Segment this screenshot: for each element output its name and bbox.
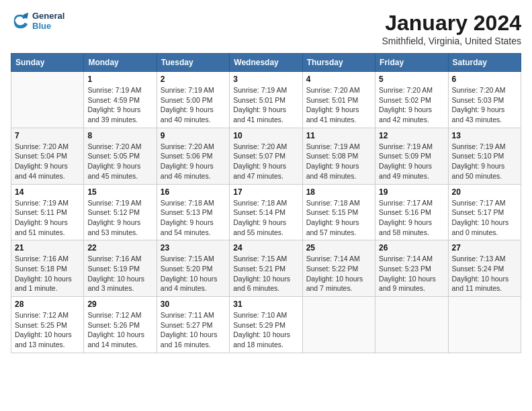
weekday-header-friday: Friday bbox=[375, 54, 448, 72]
daylight-text: Daylight: 9 hours and 39 minutes. bbox=[87, 105, 140, 124]
day-number: 5 bbox=[379, 75, 444, 84]
sunrise-text: Sunrise: 7:17 AM bbox=[452, 199, 506, 207]
daylight-text: Daylight: 10 hours and 13 minutes. bbox=[15, 330, 72, 349]
calendar-cell: 10 Sunrise: 7:20 AM Sunset: 5:07 PM Dayl… bbox=[230, 128, 302, 184]
title-area: January 2024 Smithfield, Virginia, Unite… bbox=[382, 11, 521, 46]
day-number: 25 bbox=[306, 243, 371, 253]
day-number: 14 bbox=[15, 187, 80, 197]
day-number: 17 bbox=[233, 187, 298, 197]
calendar-cell: 13 Sunrise: 7:19 AM Sunset: 5:10 PM Dayl… bbox=[448, 128, 521, 184]
daylight-text: Daylight: 9 hours and 55 minutes. bbox=[233, 218, 286, 236]
day-info: Sunrise: 7:19 AM Sunset: 5:11 PM Dayligh… bbox=[15, 198, 80, 238]
sunset-text: Sunset: 5:17 PM bbox=[452, 208, 504, 216]
sunrise-text: Sunrise: 7:15 AM bbox=[233, 255, 287, 263]
calendar-cell: 11 Sunrise: 7:19 AM Sunset: 5:08 PM Dayl… bbox=[302, 128, 375, 184]
calendar-cell: 20 Sunrise: 7:17 AM Sunset: 5:17 PM Dayl… bbox=[448, 184, 521, 240]
day-number: 2 bbox=[161, 75, 226, 84]
calendar-week-row: 14 Sunrise: 7:19 AM Sunset: 5:11 PM Dayl… bbox=[11, 184, 521, 240]
weekday-header-tuesday: Tuesday bbox=[157, 54, 229, 72]
logo-text: General Blue bbox=[32, 11, 64, 31]
day-info: Sunrise: 7:20 AM Sunset: 5:06 PM Dayligh… bbox=[161, 142, 226, 181]
sunrise-text: Sunrise: 7:20 AM bbox=[379, 86, 433, 94]
calendar-cell: 26 Sunrise: 7:14 AM Sunset: 5:23 PM Dayl… bbox=[375, 240, 448, 297]
day-info: Sunrise: 7:19 AM Sunset: 5:00 PM Dayligh… bbox=[161, 85, 226, 125]
page-header: General Blue January 2024 Smithfield, Vi… bbox=[11, 11, 521, 46]
day-info: Sunrise: 7:17 AM Sunset: 5:16 PM Dayligh… bbox=[379, 198, 444, 238]
sunrise-text: Sunrise: 7:20 AM bbox=[87, 142, 141, 150]
sunrise-text: Sunrise: 7:18 AM bbox=[161, 199, 214, 207]
daylight-text: Daylight: 10 hours and 7 minutes. bbox=[306, 275, 363, 293]
calendar-cell: 23 Sunrise: 7:15 AM Sunset: 5:20 PM Dayl… bbox=[157, 240, 229, 297]
daylight-text: Daylight: 10 hours and 4 minutes. bbox=[161, 275, 218, 293]
month-title: January 2024 bbox=[382, 11, 521, 36]
calendar-cell: 27 Sunrise: 7:13 AM Sunset: 5:24 PM Dayl… bbox=[448, 240, 521, 297]
day-info: Sunrise: 7:13 AM Sunset: 5:24 PM Dayligh… bbox=[452, 254, 517, 293]
sunrise-text: Sunrise: 7:19 AM bbox=[161, 86, 214, 94]
day-info: Sunrise: 7:18 AM Sunset: 5:14 PM Dayligh… bbox=[233, 198, 298, 238]
daylight-text: Daylight: 9 hours and 53 minutes. bbox=[87, 218, 140, 236]
sunset-text: Sunset: 5:09 PM bbox=[379, 152, 431, 160]
calendar-cell bbox=[375, 297, 448, 353]
sunset-text: Sunset: 5:20 PM bbox=[161, 265, 213, 273]
calendar-cell bbox=[302, 297, 375, 353]
daylight-text: Daylight: 10 hours and 3 minutes. bbox=[87, 275, 144, 293]
day-info: Sunrise: 7:15 AM Sunset: 5:21 PM Dayligh… bbox=[233, 254, 298, 293]
day-number: 11 bbox=[306, 131, 371, 140]
daylight-text: Daylight: 9 hours and 44 minutes. bbox=[15, 162, 68, 180]
weekday-header-row: SundayMondayTuesdayWednesdayThursdayFrid… bbox=[11, 54, 521, 72]
daylight-text: Daylight: 9 hours and 41 minutes. bbox=[233, 105, 286, 124]
sunrise-text: Sunrise: 7:18 AM bbox=[233, 199, 287, 207]
sunset-text: Sunset: 5:14 PM bbox=[233, 208, 285, 216]
weekday-header-saturday: Saturday bbox=[448, 54, 521, 72]
calendar-cell: 7 Sunrise: 7:20 AM Sunset: 5:04 PM Dayli… bbox=[11, 128, 84, 184]
day-number: 1 bbox=[87, 75, 152, 84]
calendar-cell: 21 Sunrise: 7:16 AM Sunset: 5:18 PM Dayl… bbox=[11, 240, 84, 297]
sunrise-text: Sunrise: 7:14 AM bbox=[306, 255, 360, 263]
day-info: Sunrise: 7:20 AM Sunset: 5:05 PM Dayligh… bbox=[87, 142, 152, 181]
location: Smithfield, Virginia, United States bbox=[382, 36, 521, 46]
day-info: Sunrise: 7:11 AM Sunset: 5:27 PM Dayligh… bbox=[161, 310, 226, 350]
sunrise-text: Sunrise: 7:19 AM bbox=[233, 86, 287, 94]
sunset-text: Sunset: 5:29 PM bbox=[233, 321, 285, 329]
day-info: Sunrise: 7:15 AM Sunset: 5:20 PM Dayligh… bbox=[161, 254, 226, 293]
day-info: Sunrise: 7:10 AM Sunset: 5:29 PM Dayligh… bbox=[233, 310, 298, 350]
day-info: Sunrise: 7:18 AM Sunset: 5:13 PM Dayligh… bbox=[161, 198, 226, 238]
weekday-header-wednesday: Wednesday bbox=[230, 54, 302, 72]
calendar-cell bbox=[11, 72, 84, 128]
sunrise-text: Sunrise: 7:19 AM bbox=[452, 142, 506, 150]
sunset-text: Sunset: 5:02 PM bbox=[379, 96, 431, 104]
sunset-text: Sunset: 5:03 PM bbox=[452, 96, 504, 104]
sunrise-text: Sunrise: 7:19 AM bbox=[306, 142, 360, 150]
day-info: Sunrise: 7:19 AM Sunset: 5:08 PM Dayligh… bbox=[306, 142, 371, 181]
day-number: 18 bbox=[306, 187, 371, 197]
day-info: Sunrise: 7:19 AM Sunset: 4:59 PM Dayligh… bbox=[87, 85, 152, 125]
daylight-text: Daylight: 9 hours and 58 minutes. bbox=[379, 218, 432, 236]
calendar-week-row: 1 Sunrise: 7:19 AM Sunset: 4:59 PM Dayli… bbox=[11, 72, 521, 128]
day-info: Sunrise: 7:18 AM Sunset: 5:15 PM Dayligh… bbox=[306, 198, 371, 238]
daylight-text: Daylight: 10 hours and 14 minutes. bbox=[87, 330, 144, 349]
calendar-cell: 12 Sunrise: 7:19 AM Sunset: 5:09 PM Dayl… bbox=[375, 128, 448, 184]
sunset-text: Sunset: 5:13 PM bbox=[161, 208, 213, 216]
daylight-text: Daylight: 9 hours and 41 minutes. bbox=[306, 105, 359, 124]
sunrise-text: Sunrise: 7:18 AM bbox=[306, 199, 360, 207]
day-number: 3 bbox=[233, 75, 298, 84]
daylight-text: Daylight: 9 hours and 49 minutes. bbox=[379, 162, 432, 180]
day-number: 24 bbox=[233, 243, 298, 253]
day-info: Sunrise: 7:16 AM Sunset: 5:19 PM Dayligh… bbox=[87, 254, 152, 293]
sunrise-text: Sunrise: 7:12 AM bbox=[15, 311, 69, 319]
daylight-text: Daylight: 10 hours and 16 minutes. bbox=[161, 330, 218, 349]
daylight-text: Daylight: 9 hours and 43 minutes. bbox=[452, 105, 505, 124]
day-number: 19 bbox=[379, 187, 444, 197]
calendar-cell: 15 Sunrise: 7:19 AM Sunset: 5:12 PM Dayl… bbox=[84, 184, 157, 240]
day-number: 8 bbox=[87, 131, 152, 140]
daylight-text: Daylight: 9 hours and 50 minutes. bbox=[452, 162, 505, 180]
sunrise-text: Sunrise: 7:12 AM bbox=[87, 311, 141, 319]
calendar-table: SundayMondayTuesdayWednesdayThursdayFrid… bbox=[11, 53, 521, 353]
calendar-cell: 4 Sunrise: 7:20 AM Sunset: 5:01 PM Dayli… bbox=[302, 72, 375, 128]
sunset-text: Sunset: 5:27 PM bbox=[161, 321, 213, 329]
sunset-text: Sunset: 5:01 PM bbox=[233, 96, 285, 104]
sunset-text: Sunset: 5:00 PM bbox=[161, 96, 213, 104]
sunset-text: Sunset: 5:05 PM bbox=[87, 152, 140, 160]
day-info: Sunrise: 7:19 AM Sunset: 5:12 PM Dayligh… bbox=[87, 198, 152, 238]
calendar-cell: 8 Sunrise: 7:20 AM Sunset: 5:05 PM Dayli… bbox=[84, 128, 157, 184]
